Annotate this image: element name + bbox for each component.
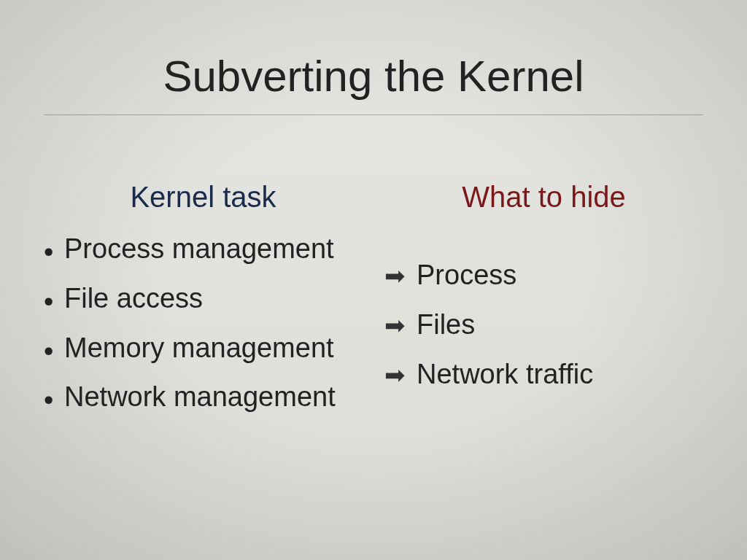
content-columns: Kernel task • Process management • File … [44, 181, 703, 432]
list-item: • Memory management [44, 333, 363, 364]
arrow-right-icon: ➡ [384, 263, 417, 288]
arrow-right-icon: ➡ [384, 362, 417, 387]
list-item-label: File access [64, 284, 203, 314]
slide: Subverting the Kernel Kernel task • Proc… [0, 0, 747, 560]
list-item-label: Process management [64, 234, 334, 265]
hide-list: ➡ Process ➡ Files ➡ Network traffic [384, 260, 703, 389]
kernel-task-list: • Process management • File access • Mem… [44, 234, 363, 413]
bullet-icon: • [44, 288, 64, 316]
list-item: • Network management [44, 382, 363, 413]
bullet-icon: • [44, 338, 64, 365]
list-item: ➡ Process [384, 260, 703, 291]
right-column-header: What to hide [384, 181, 703, 214]
arrow-right-icon: ➡ [384, 313, 417, 338]
list-item: • Process management [44, 234, 363, 265]
list-item: ➡ Network traffic [384, 359, 703, 390]
list-item-label: Process [417, 260, 516, 291]
list-item: ➡ Files [384, 310, 703, 341]
list-item-label: Network traffic [417, 359, 593, 390]
left-column-header: Kernel task [44, 181, 363, 214]
list-item-label: Files [417, 310, 475, 341]
slide-title: Subverting the Kernel [44, 51, 703, 101]
list-item-label: Network management [64, 382, 336, 413]
list-item: • File access [44, 284, 363, 314]
bullet-icon: • [44, 386, 64, 414]
title-rule [44, 114, 703, 115]
bullet-icon: • [44, 238, 64, 266]
right-column: What to hide ➡ Process ➡ Files ➡ Network… [384, 181, 703, 432]
left-column: Kernel task • Process management • File … [44, 181, 363, 432]
list-item-label: Memory management [64, 333, 334, 364]
